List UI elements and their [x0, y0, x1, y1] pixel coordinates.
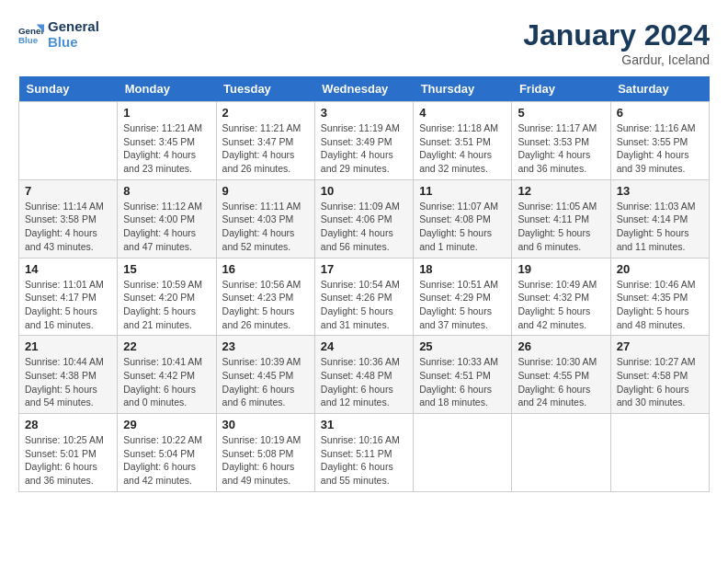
month-title: January 2024 — [523, 18, 710, 52]
day-info: Sunrise: 11:09 AMSunset: 4:06 PMDaylight… — [321, 200, 407, 254]
day-info: Sunrise: 11:03 AMSunset: 4:14 PMDaylight… — [617, 200, 703, 254]
day-number: 12 — [518, 184, 604, 198]
svg-text:Blue: Blue — [18, 35, 39, 45]
day-number: 6 — [617, 106, 703, 120]
logo-general: General — [48, 18, 99, 34]
day-cell-6: 6Sunrise: 11:16 AMSunset: 3:55 PMDayligh… — [610, 102, 709, 180]
day-number: 16 — [222, 262, 309, 276]
logo: General Blue General Blue — [18, 18, 99, 50]
day-cell-4: 4Sunrise: 11:18 AMSunset: 3:51 PMDayligh… — [414, 102, 512, 180]
weekday-header-saturday: Saturday — [610, 76, 709, 102]
weekday-header-thursday: Thursday — [414, 76, 512, 102]
week-row-3: 14Sunrise: 11:01 AMSunset: 4:17 PMDaylig… — [19, 258, 710, 336]
day-number: 18 — [419, 262, 506, 276]
weekday-header-monday: Monday — [118, 76, 216, 102]
day-number: 23 — [222, 339, 309, 353]
day-info: Sunrise: 11:16 AMSunset: 3:55 PMDaylight… — [617, 121, 703, 176]
day-cell-22: 22Sunrise: 10:41 AMSunset: 4:42 PMDaylig… — [118, 336, 216, 414]
day-cell-14: 14Sunrise: 11:01 AMSunset: 4:17 PMDaylig… — [19, 258, 118, 336]
day-info: Sunrise: 11:18 AMSunset: 3:51 PMDaylight… — [419, 121, 506, 176]
day-number: 2 — [222, 106, 309, 120]
day-cell-26: 26Sunrise: 10:30 AMSunset: 4:55 PMDaylig… — [512, 336, 610, 414]
day-cell-11: 11Sunrise: 11:07 AMSunset: 4:08 PMDaylig… — [414, 179, 512, 258]
day-number: 9 — [222, 184, 309, 198]
logo-blue: Blue — [48, 34, 99, 50]
week-row-5: 28Sunrise: 10:25 AMSunset: 5:01 PMDaylig… — [19, 414, 710, 492]
logo-icon: General Blue — [18, 21, 44, 47]
location: Gardur, Iceland — [523, 52, 710, 67]
day-info: Sunrise: 10:27 AMSunset: 4:58 PMDaylight… — [617, 355, 703, 409]
day-info: Sunrise: 11:14 AMSunset: 3:58 PMDaylight… — [25, 200, 111, 254]
day-info: Sunrise: 11:21 AMSunset: 3:47 PMDaylight… — [222, 121, 309, 176]
day-number: 28 — [25, 418, 111, 431]
day-number: 13 — [617, 184, 703, 198]
day-number: 20 — [617, 262, 703, 276]
day-info: Sunrise: 10:51 AMSunset: 4:29 PMDaylight… — [419, 278, 506, 332]
day-number: 26 — [518, 339, 604, 353]
day-cell-2: 2Sunrise: 11:21 AMSunset: 3:47 PMDayligh… — [216, 102, 314, 180]
day-info: Sunrise: 11:05 AMSunset: 4:11 PMDaylight… — [518, 200, 604, 254]
empty-cell — [414, 414, 512, 492]
day-info: Sunrise: 10:41 AMSunset: 4:42 PMDaylight… — [123, 355, 210, 409]
day-info: Sunrise: 10:16 AMSunset: 5:11 PMDaylight… — [321, 433, 407, 488]
day-info: Sunrise: 11:17 AMSunset: 3:53 PMDaylight… — [518, 121, 604, 176]
day-cell-13: 13Sunrise: 11:03 AMSunset: 4:14 PMDaylig… — [610, 179, 709, 258]
day-number: 3 — [321, 106, 407, 120]
weekday-header-tuesday: Tuesday — [216, 76, 314, 102]
day-cell-29: 29Sunrise: 10:22 AMSunset: 5:04 PMDaylig… — [118, 414, 216, 492]
day-cell-19: 19Sunrise: 10:49 AMSunset: 4:32 PMDaylig… — [512, 258, 610, 336]
day-cell-23: 23Sunrise: 10:39 AMSunset: 4:45 PMDaylig… — [216, 336, 314, 414]
day-info: Sunrise: 11:07 AMSunset: 4:08 PMDaylight… — [419, 200, 506, 254]
day-cell-16: 16Sunrise: 10:56 AMSunset: 4:23 PMDaylig… — [216, 258, 314, 336]
day-info: Sunrise: 10:39 AMSunset: 4:45 PMDaylight… — [222, 355, 309, 409]
day-cell-28: 28Sunrise: 10:25 AMSunset: 5:01 PMDaylig… — [19, 414, 118, 492]
empty-cell — [512, 414, 610, 492]
day-number: 21 — [25, 339, 111, 353]
day-info: Sunrise: 10:49 AMSunset: 4:32 PMDaylight… — [518, 278, 604, 332]
day-info: Sunrise: 10:44 AMSunset: 4:38 PMDaylight… — [25, 355, 111, 409]
title-section: January 2024 Gardur, Iceland — [523, 18, 710, 67]
day-cell-5: 5Sunrise: 11:17 AMSunset: 3:53 PMDayligh… — [512, 102, 610, 180]
day-info: Sunrise: 10:25 AMSunset: 5:01 PMDaylight… — [25, 433, 111, 488]
day-cell-25: 25Sunrise: 10:33 AMSunset: 4:51 PMDaylig… — [414, 336, 512, 414]
day-cell-27: 27Sunrise: 10:27 AMSunset: 4:58 PMDaylig… — [610, 336, 709, 414]
day-number: 14 — [25, 262, 111, 276]
day-info: Sunrise: 10:19 AMSunset: 5:08 PMDaylight… — [222, 433, 309, 488]
day-number: 1 — [123, 106, 210, 120]
weekday-header-wednesday: Wednesday — [314, 76, 413, 102]
day-cell-8: 8Sunrise: 11:12 AMSunset: 4:00 PMDayligh… — [118, 179, 216, 258]
day-number: 19 — [518, 262, 604, 276]
day-cell-3: 3Sunrise: 11:19 AMSunset: 3:49 PMDayligh… — [314, 102, 413, 180]
day-cell-21: 21Sunrise: 10:44 AMSunset: 4:38 PMDaylig… — [19, 336, 118, 414]
day-number: 27 — [617, 339, 703, 353]
day-number: 17 — [321, 262, 407, 276]
day-info: Sunrise: 10:30 AMSunset: 4:55 PMDaylight… — [518, 355, 604, 409]
weekday-header-row: SundayMondayTuesdayWednesdayThursdayFrid… — [19, 76, 710, 102]
day-cell-30: 30Sunrise: 10:19 AMSunset: 5:08 PMDaylig… — [216, 414, 314, 492]
day-number: 31 — [321, 418, 407, 431]
day-number: 10 — [321, 184, 407, 198]
empty-cell — [610, 414, 709, 492]
day-info: Sunrise: 11:21 AMSunset: 3:45 PMDaylight… — [123, 121, 210, 176]
day-number: 5 — [518, 106, 604, 120]
weekday-header-sunday: Sunday — [19, 76, 118, 102]
day-number: 30 — [222, 418, 309, 431]
day-number: 15 — [123, 262, 210, 276]
day-cell-15: 15Sunrise: 10:59 AMSunset: 4:20 PMDaylig… — [118, 258, 216, 336]
day-cell-9: 9Sunrise: 11:11 AMSunset: 4:03 PMDayligh… — [216, 179, 314, 258]
day-number: 29 — [123, 418, 210, 431]
day-cell-17: 17Sunrise: 10:54 AMSunset: 4:26 PMDaylig… — [314, 258, 413, 336]
empty-cell — [19, 102, 118, 180]
day-cell-10: 10Sunrise: 11:09 AMSunset: 4:06 PMDaylig… — [314, 179, 413, 258]
day-cell-18: 18Sunrise: 10:51 AMSunset: 4:29 PMDaylig… — [414, 258, 512, 336]
day-number: 24 — [321, 339, 407, 353]
calendar-table: SundayMondayTuesdayWednesdayThursdayFrid… — [18, 76, 710, 492]
page-header: General Blue General Blue January 2024 G… — [18, 18, 710, 67]
day-cell-7: 7Sunrise: 11:14 AMSunset: 3:58 PMDayligh… — [19, 179, 118, 258]
day-number: 4 — [419, 106, 506, 120]
day-info: Sunrise: 10:59 AMSunset: 4:20 PMDaylight… — [123, 278, 210, 332]
day-info: Sunrise: 10:54 AMSunset: 4:26 PMDaylight… — [321, 278, 407, 332]
day-cell-12: 12Sunrise: 11:05 AMSunset: 4:11 PMDaylig… — [512, 179, 610, 258]
week-row-2: 7Sunrise: 11:14 AMSunset: 3:58 PMDayligh… — [19, 179, 710, 258]
day-info: Sunrise: 10:46 AMSunset: 4:35 PMDaylight… — [617, 278, 703, 332]
